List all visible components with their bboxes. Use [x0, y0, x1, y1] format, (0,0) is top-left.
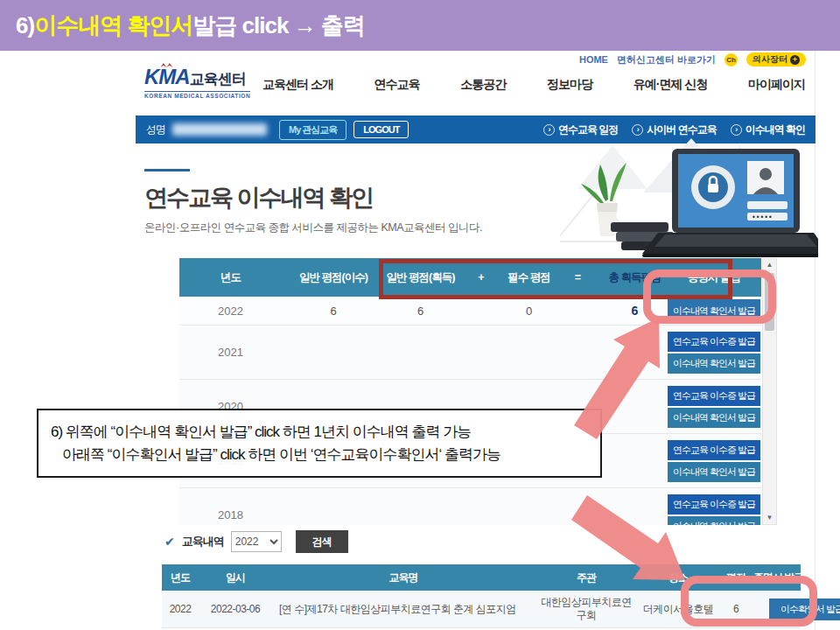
course-certificate-issue-button[interactable]: 연수교육 이수증 발급 — [668, 332, 760, 352]
bottom-button-highlight — [681, 576, 817, 626]
quick-link-schedule[interactable]: › 연수교육 일정 — [543, 122, 618, 137]
logout-button[interactable]: LOGOUT — [354, 121, 409, 138]
utility-bar: HOME 면허신고센터 바로가기 Ch 의사장터 + — [579, 52, 806, 66]
col-year: 년도 — [162, 570, 199, 585]
nav-item-deferral[interactable]: 유예·면제 신청 — [634, 77, 708, 93]
top-button-highlight — [643, 270, 776, 324]
year-select[interactable]: 2022 — [231, 531, 282, 552]
history-confirmation-issue-button[interactable]: 이수내역 확인서 발급 — [668, 462, 760, 482]
col-completed: 일반 평점(이수) — [282, 270, 385, 285]
logo-korean: 교육센터 — [190, 71, 246, 88]
logo-k: K — [144, 65, 158, 88]
col-year: 년도 — [179, 270, 282, 285]
logo-org-name: KOREAN MEDICAL ASSOCIATION — [144, 91, 250, 99]
year-cell: 2022 — [162, 603, 199, 615]
logo-a: A — [175, 65, 189, 88]
annotation-box: 6) 위쪽에 “이수내역 확인서 발급” click 하면 1년치 이수내역 출… — [37, 409, 602, 478]
year-cell: 2022 — [179, 304, 282, 318]
organizer-cell: 대한임상피부치료연구회 — [535, 596, 638, 622]
main-nav: 교육센터 소개 연수교육 소통공간 정보마당 유예·면제 신청 마이페이지 — [262, 77, 805, 93]
quick-links: › 연수교육 일정 › 사이버 연수교육 › 이수내역 확인 — [543, 122, 805, 137]
quick-link-schedule-label: 연수교육 일정 — [558, 122, 618, 137]
education-filter-row: ✔ 교육내역 2022 검색 — [164, 530, 348, 553]
course-certificate-issue-button[interactable]: 연수교육 이수증 발급 — [668, 494, 760, 514]
quick-link-cyber[interactable]: › 사이버 연수교육 — [632, 122, 716, 137]
nav-item-communication[interactable]: 소통공간 — [460, 77, 506, 93]
col-course: 교육명 — [272, 570, 535, 585]
nav-item-training[interactable]: 연수교육 — [374, 77, 420, 93]
nav-item-about[interactable]: 교육센터 소개 — [262, 77, 333, 93]
name-label: 성명 — [146, 122, 165, 137]
logo-m: M — [158, 65, 175, 88]
slide-title-highlight: 이수내역 확인서 — [34, 10, 192, 41]
summary-row-2018: 2018 연수교육 이수증 발급 이수내역 확인서 발급 — [179, 488, 761, 525]
filter-label: 교육내역 — [182, 534, 224, 550]
channel-badge-icon[interactable]: Ch — [724, 53, 738, 66]
home-link[interactable]: HOME — [579, 54, 608, 65]
year-cell: 2021 — [179, 346, 282, 359]
website-frame: HOME 면허신고센터 바로가기 Ch 의사장터 + KMA교육센터 KOREA… — [122, 51, 816, 630]
slide-canvas: 6) 이수내역 확인서 발급 click → 출력 HOME 면허신고센터 바로… — [0, 0, 840, 630]
scroll-down-icon[interactable]: ▼ — [766, 512, 774, 524]
date-cell: 2022-03-06 — [199, 603, 272, 615]
laptop-illustration: ••••• — [560, 138, 818, 261]
user-name-redacted — [172, 123, 267, 136]
required-cell: 0 — [506, 304, 552, 318]
quick-link-cyber-label: 사이버 연수교육 — [647, 122, 716, 137]
search-button[interactable]: 검색 — [296, 530, 348, 553]
col-organizer: 주관 — [535, 570, 638, 585]
doctor-market-badge[interactable]: 의사장터 + — [746, 52, 806, 66]
course-certificate-issue-button[interactable]: 연수교육 이수증 발급 — [668, 386, 760, 406]
nav-item-info[interactable]: 정보마당 — [547, 77, 592, 93]
history-confirmation-issue-button[interactable]: 이수내역 확인서 발급 — [668, 354, 760, 374]
quick-link-completion-label: 이수내역 확인 — [746, 122, 805, 137]
history-confirmation-issue-button[interactable]: 이수내역 확인서 발급 — [668, 408, 760, 428]
year-cell: 2018 — [179, 508, 282, 522]
course-certificate-issue-button[interactable]: 연수교육 이수증 발급 — [668, 440, 760, 460]
completed-cell: 6 — [282, 304, 385, 318]
chevron-circle-icon: › — [543, 124, 555, 136]
quick-link-completion[interactable]: › 이수내역 확인 — [731, 122, 805, 137]
nav-item-mypage[interactable]: 마이페이지 — [748, 77, 805, 93]
page-title-block: 연수교육 이수내역 확인 온라인·오프라인 연수교육 종합 서비스를 제공하는 … — [144, 169, 482, 235]
summary-row-2021: 2021 연수교육 이수증 발급 이수내역 확인서 발급 — [179, 326, 761, 380]
slide-title-prefix: 6) — [16, 12, 34, 39]
scroll-up-icon[interactable]: ▲ — [766, 259, 774, 271]
svg-text:•••••: ••••• — [752, 214, 773, 221]
doctor-market-label: 의사장터 — [752, 53, 788, 66]
slide-title-bar: 6) 이수내역 확인서 발급 click → 출력 — [0, 0, 840, 51]
course-name-cell: [연 수]제17차 대한임상피부치료연구회 춘계 심포지엄 — [272, 602, 535, 617]
history-confirmation-issue-button[interactable]: 이수내역 확인서 발급 — [668, 516, 760, 526]
page-title: 연수교육 이수내역 확인 — [144, 182, 482, 214]
title-accent-line — [144, 169, 190, 172]
slide-title-suffix: 발급 click → 출력 — [192, 10, 365, 41]
plus-icon: + — [790, 55, 800, 65]
my-favorites-button[interactable]: My 관심교육 — [279, 120, 346, 140]
annotation-line-1: 6) 위쪽에 “이수내역 확인서 발급” click 하면 1년치 이수내역 출… — [51, 421, 588, 444]
chevron-circle-icon: › — [632, 124, 643, 136]
chevron-circle-icon: › — [731, 124, 742, 136]
col-date: 일시 — [199, 570, 272, 585]
license-center-link[interactable]: 면허신고센터 바로가기 — [617, 53, 716, 66]
page-subtitle: 온라인·오프라인 연수교육 종합 서비스를 제공하는 KMA교육센터 입니다. — [144, 220, 482, 235]
check-icon: ✔ — [164, 535, 175, 549]
annotation-line-2: 아래쪽 “이수확인서 발급” click 하면 이번 ‘연수교육이수확인서‘ 출… — [51, 444, 588, 466]
earned-cell: 6 — [385, 304, 456, 318]
kma-logo[interactable]: KMA교육센터 KOREAN MEDICAL ASSOCIATION — [144, 66, 250, 99]
